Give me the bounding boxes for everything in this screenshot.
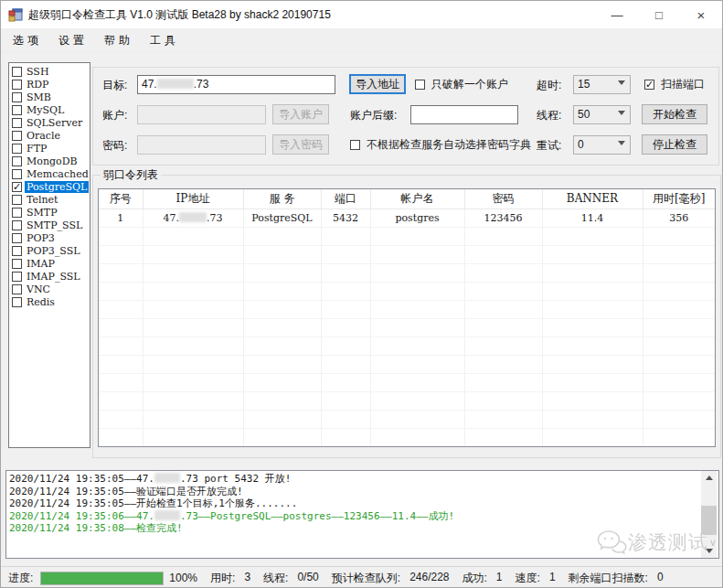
service-checkbox-icon[interactable] [12,156,22,166]
service-checkbox-icon[interactable] [12,92,22,102]
table-row[interactable]: 147..73PostgreSQL5432postgres12345611.43… [99,208,715,227]
table-empty-cell [143,355,243,373]
service-item-smtp_ssl[interactable]: SMTP_SSL [9,219,90,231]
status-field-value: 0/50 [297,571,318,586]
timeout-select[interactable]: 15 [573,75,631,94]
table-empty-row [99,300,715,318]
service-checkbox-icon[interactable] [12,297,22,307]
service-item-imap_ssl[interactable]: IMAP_SSL [9,270,90,283]
service-checkbox-icon[interactable] [12,272,22,282]
service-item-redis[interactable]: Redis [9,295,90,308]
service-checkbox-icon[interactable] [12,259,22,269]
service-item-vnc[interactable]: VNC [9,283,90,295]
maximize-button[interactable]: □ [638,1,680,28]
menu-item-2[interactable]: 设置 [50,29,96,52]
checkbox-icon [350,140,360,150]
table-empty-cell [464,355,542,373]
status-field-label: 剩余端口扫描数: [569,571,648,586]
table-empty-cell [542,428,643,446]
service-item-smtp[interactable]: SMTP [9,206,90,219]
log-output[interactable]: 2020/11/24 19:35:05——47..73 port 5432 开放… [5,470,719,559]
scrollbar-thumb[interactable] [701,506,717,535]
table-empty-cell [243,300,321,318]
service-checkbox-icon[interactable] [12,80,22,90]
target-input[interactable]: 47..73 [137,75,335,94]
table-empty-row [99,245,715,263]
account-suffix-input[interactable] [410,105,518,124]
status-field-value: 246/228 [409,571,449,586]
target-label: 目标: [102,75,127,95]
status-field-label: 成功: [463,571,487,586]
service-checkbox-icon[interactable] [12,182,22,192]
scroll-down-icon[interactable] [701,544,717,558]
service-checkbox-icon[interactable] [12,284,22,294]
menu-item-3[interactable]: 帮助 [96,29,142,52]
retry-select[interactable]: 0 [573,135,631,155]
table-empty-cell [143,373,243,391]
table-empty-cell [243,318,321,337]
log-scrollbar[interactable] [701,471,717,558]
result-table[interactable]: 序号IP地址服 务端口帐户名密码BANNER用时[毫秒] 147..73Post… [98,188,716,447]
table-empty-cell [542,373,643,391]
service-item-smb[interactable]: SMB [9,91,90,103]
table-empty-cell [321,355,370,373]
close-button[interactable]: × [680,1,722,28]
service-checkbox-icon[interactable] [12,67,22,77]
service-item-pop3_ssl[interactable]: POP3_SSL [9,244,90,257]
service-item-label: IMAP_SSL [25,271,82,283]
table-empty-cell [643,355,715,373]
service-item-pop3[interactable]: POP3 [9,231,90,244]
table-empty-cell [243,355,321,373]
log-line: 2020/11/24 19:35:05——验证端口是否开放完成! [9,486,700,498]
table-empty-cell [464,318,542,337]
service-checkbox-icon[interactable] [12,105,22,115]
stop-check-button[interactable]: 停止检查 [642,134,707,155]
chevron-down-icon [618,139,625,146]
table-empty-cell [542,410,643,428]
import-address-button[interactable]: 导入地址 [349,74,406,94]
service-checkbox-icon[interactable] [12,144,22,154]
service-item-ssh[interactable]: SSH [9,65,90,78]
table-empty-cell [370,300,464,318]
menu-item-4[interactable]: 工具 [142,29,187,52]
service-item-ftp[interactable]: FTP [9,142,90,155]
service-item-imap[interactable]: IMAP [9,257,90,270]
service-item-sqlserver[interactable]: SQLServer [9,116,90,129]
service-checkbox-icon[interactable] [12,220,22,230]
table-empty-cell [370,245,464,263]
table-empty-cell [99,373,143,391]
service-item-label: Telnet [25,194,60,206]
table-empty-cell [143,245,243,263]
service-item-telnet[interactable]: Telnet [9,193,90,206]
scroll-up-icon[interactable] [701,471,717,485]
service-item-memcached[interactable]: Memcached [9,167,90,180]
service-checkbox-icon[interactable] [12,233,22,243]
service-list[interactable]: SSHRDPSMBMySQLSQLServerOracleFTPMongoDBM… [8,62,90,448]
minimize-button[interactable]: — [596,1,638,28]
scan-port-checkbox[interactable]: 扫描端口 [644,74,705,94]
no-auto-dict-checkbox[interactable]: 不根据检查服务自动选择密码字典 [350,134,531,155]
service-checkbox-icon[interactable] [12,169,22,179]
service-item-oracle[interactable]: Oracle [9,129,90,142]
redacted-ip [157,79,194,89]
service-checkbox-icon[interactable] [12,195,22,205]
table-cell: 47..73 [143,208,243,227]
table-header-cell: IP地址 [143,189,243,208]
thread-select[interactable]: 50 [573,105,631,124]
only-one-account-checkbox[interactable]: 只破解一个账户 [415,74,508,94]
service-item-mongodb[interactable]: MongoDB [9,155,90,167]
table-empty-cell [464,410,542,428]
table-empty-row [99,428,715,446]
menu-item-1[interactable]: 选项 [5,29,50,52]
service-checkbox-icon[interactable] [12,131,22,141]
service-item-rdp[interactable]: RDP [9,78,90,91]
service-item-postgresql[interactable]: PostgreSQL [9,180,90,193]
table-empty-cell [243,263,321,282]
service-item-label: MongoDB [25,155,80,167]
table-empty-cell [370,318,464,337]
service-checkbox-icon[interactable] [12,118,22,128]
service-checkbox-icon[interactable] [12,246,22,256]
start-check-button[interactable]: 开始检查 [642,104,707,124]
service-item-mysql[interactable]: MySQL [9,103,90,116]
service-checkbox-icon[interactable] [12,208,22,218]
